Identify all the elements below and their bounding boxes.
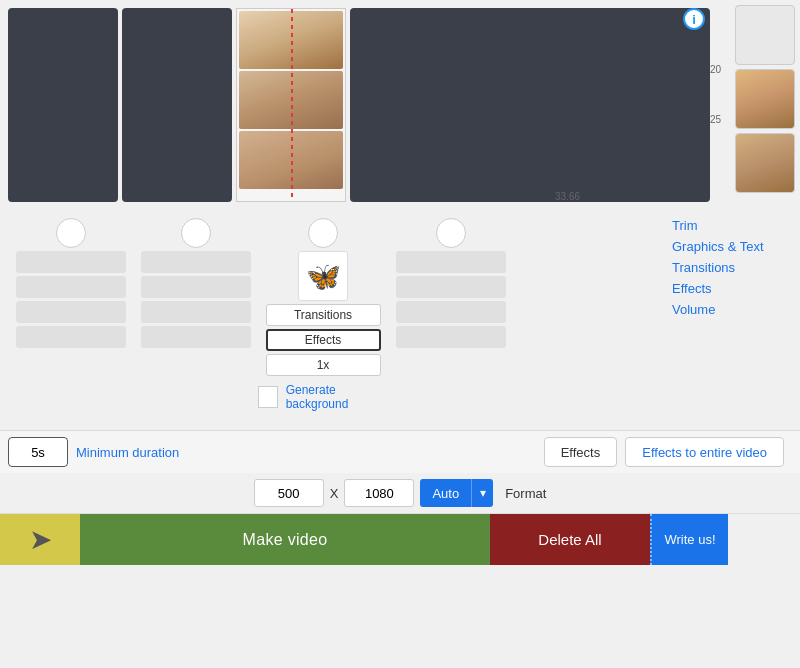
middle-section: 🦋 Transitions Effects 1x Generate backgr… — [0, 210, 800, 430]
clip-column-center: 🦋 Transitions Effects 1x Generate backgr… — [258, 218, 388, 411]
clip-column-2 — [133, 218, 258, 348]
effects-entire-btn[interactable]: Effects to entire video — [625, 437, 784, 467]
clip-bar-1d — [16, 326, 126, 348]
format-label: Format — [505, 486, 546, 501]
clip-column-1 — [8, 218, 133, 348]
sidebar-link-transitions[interactable]: Transitions — [672, 260, 792, 275]
right-panel: 20 25 — [710, 0, 800, 210]
info-icon[interactable]: i — [683, 8, 705, 30]
right-thumb-3 — [735, 133, 795, 193]
arrow-right-icon: ➤ — [29, 523, 52, 556]
speed-button[interactable]: 1x — [266, 354, 381, 376]
timestamp-33: 33.66 — [555, 191, 580, 202]
dimension-bar: X Auto ▾ Format — [0, 473, 800, 513]
sidebar-link-trim[interactable]: Trim — [672, 218, 792, 233]
width-input[interactable] — [254, 479, 324, 507]
min-duration-label[interactable]: Minimum duration — [76, 445, 179, 460]
arrow-indicator: ➤ — [0, 514, 80, 565]
info-icon-label: i — [692, 12, 696, 27]
sidebar-link-effects[interactable]: Effects — [672, 281, 792, 296]
red-line — [291, 9, 293, 201]
right-sidebar: Trim Graphics & Text Transitions Effects… — [672, 218, 792, 317]
clip-bar-2b — [141, 276, 251, 298]
clip-bar-4d — [396, 326, 506, 348]
clip-bar-4a — [396, 251, 506, 273]
bottom-controls-bar: Minimum duration Effects Effects to enti… — [0, 430, 800, 473]
top-film-strip-section: i 33.66 20 25 — [0, 0, 800, 210]
right-thumb-img-2 — [736, 70, 794, 128]
clip-bar-1b — [16, 276, 126, 298]
clip-bar-1a — [16, 251, 126, 273]
right-thumb-2 — [735, 69, 795, 129]
dim-x-label: X — [330, 486, 339, 501]
auto-button[interactable]: Auto — [420, 479, 471, 507]
dark-panel-1 — [8, 8, 118, 202]
clip-bar-4b — [396, 276, 506, 298]
film-strip-panel — [236, 8, 346, 202]
clip-circle-2 — [181, 218, 211, 248]
generate-bg-area: Generate background — [258, 383, 388, 411]
clip-circle-center — [308, 218, 338, 248]
clip-bar-2a — [141, 251, 251, 273]
clip-bar-2c — [141, 301, 251, 323]
clip-bar-2d — [141, 326, 251, 348]
height-input[interactable] — [344, 479, 414, 507]
dark-panel-4 — [350, 8, 710, 202]
timeline-num-20: 20 — [710, 65, 721, 75]
timeline-num-25: 25 — [710, 115, 721, 125]
clip-bar-1c — [16, 301, 126, 323]
butterfly-thumb: 🦋 — [298, 251, 348, 301]
gen-checkbox[interactable] — [258, 386, 278, 408]
film-strip-area — [0, 0, 800, 210]
make-video-bar: ➤ Make video Delete All Write us! — [0, 513, 800, 565]
effects-button[interactable]: Effects — [266, 329, 381, 351]
write-us-button[interactable]: Write us! — [650, 514, 728, 565]
clip-bar-4c — [396, 301, 506, 323]
make-video-button[interactable]: Make video — [80, 514, 490, 565]
duration-input[interactable] — [8, 437, 68, 467]
dark-panel-2 — [122, 8, 232, 202]
auto-chevron-button[interactable]: ▾ — [471, 479, 493, 507]
transitions-button[interactable]: Transitions — [266, 304, 381, 326]
clip-circle-1 — [56, 218, 86, 248]
clip-circle-4 — [436, 218, 466, 248]
generate-bg-text[interactable]: Generate background — [286, 383, 388, 411]
right-thumb-blank — [735, 5, 795, 65]
right-thumbs — [735, 0, 800, 193]
sidebar-link-volume[interactable]: Volume — [672, 302, 792, 317]
butterfly-emoji: 🦋 — [306, 260, 341, 293]
sidebar-link-graphics-text[interactable]: Graphics & Text — [672, 239, 792, 254]
auto-group: Auto ▾ — [420, 479, 493, 507]
effects-btn[interactable]: Effects — [544, 437, 618, 467]
clip-column-4 — [388, 218, 513, 348]
right-thumb-img-3 — [736, 134, 794, 192]
delete-all-button[interactable]: Delete All — [490, 514, 650, 565]
